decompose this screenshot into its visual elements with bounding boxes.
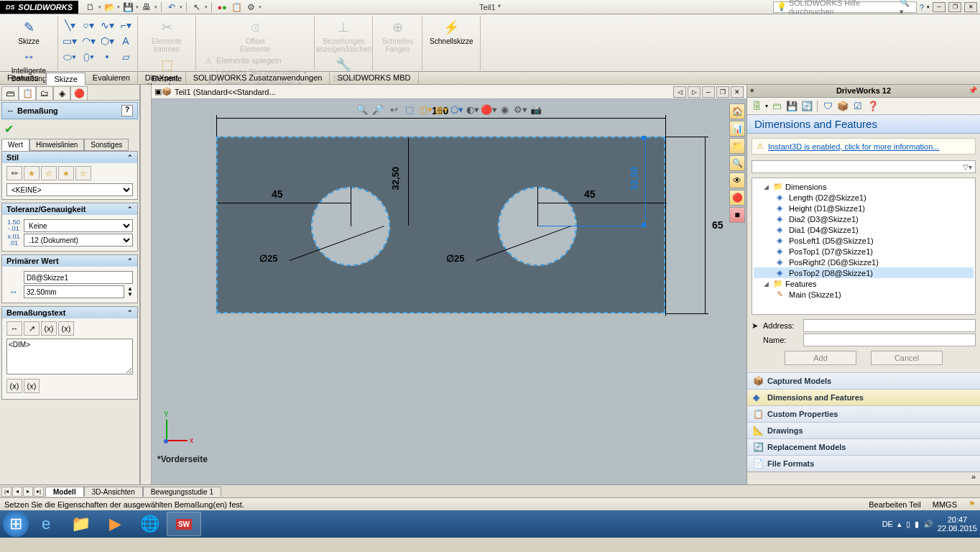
fm-tab-config[interactable]: 🗂: [36, 86, 53, 101]
tab-skizze[interactable]: Skizze: [46, 73, 85, 85]
tab-bewegung[interactable]: Bewegungsstudie 1: [143, 487, 221, 497]
tree-dimensions[interactable]: ◢📁Dimensions: [754, 181, 974, 192]
undo-icon[interactable]: ↶: [165, 1, 178, 14]
cancel-button[interactable]: Cancel: [871, 351, 943, 365]
help-search-input[interactable]: 💡 SOLIDWORKS Hilfe durchsuchen🔍▾: [773, 1, 917, 13]
dw-tree[interactable]: ◢📁Dimensions ◈Length (D2@Skizze1) ◈Heigh…: [752, 178, 976, 315]
task-solidworks[interactable]: SW: [167, 512, 201, 536]
tray-lang[interactable]: DE: [882, 520, 893, 528]
dw-tb-2[interactable]: 🗃: [770, 100, 783, 113]
acc-drawings[interactable]: 📐Drawings: [747, 422, 980, 438]
sketch-rect[interactable]: 45 45 32,50 32,50 ∅25 ∅25: [216, 137, 665, 313]
dim-v2-text[interactable]: 32,50: [629, 167, 639, 190]
address-input[interactable]: [803, 319, 976, 332]
precision-select[interactable]: .12 (Dokument): [24, 234, 133, 247]
filter-icon[interactable]: ▽▾: [960, 163, 975, 171]
style-btn-1[interactable]: ✏: [6, 166, 22, 180]
text-tool[interactable]: A: [117, 33, 134, 49]
line-tool[interactable]: ╲▾: [61, 17, 78, 33]
tray-sound-icon[interactable]: 🔊: [923, 520, 933, 529]
doc-prev[interactable]: ◁: [673, 86, 686, 98]
circle-tool[interactable]: ○▾: [80, 17, 97, 33]
add-button[interactable]: Add: [785, 351, 856, 365]
pin-icon[interactable]: 📌: [969, 86, 977, 94]
style-btn-3[interactable]: ☆: [41, 166, 57, 180]
dt-btn-5[interactable]: (x): [6, 379, 22, 393]
dw-tb-8[interactable]: ❓: [866, 100, 879, 113]
side-btn-5[interactable]: 👁: [729, 172, 745, 188]
save-icon[interactable]: 💾: [121, 1, 134, 14]
tree-item[interactable]: ◈PosLeft1 (D5@Skizze1): [754, 235, 974, 246]
tab-3d-ansichten[interactable]: 3D-Ansichten: [84, 487, 143, 497]
tree-item[interactable]: ◈Dia1 (D4@Skizze1): [754, 224, 974, 235]
dim-value-input[interactable]: [24, 285, 124, 298]
collapse-icon[interactable]: «: [750, 86, 754, 94]
tray-net-icon[interactable]: ▮: [915, 520, 919, 529]
tree-item-selected[interactable]: ◈PosTop2 (D8@Skizze1): [754, 267, 974, 278]
dw-tb-6[interactable]: 📦: [836, 100, 849, 113]
view-orient-icon[interactable]: ◫▾: [418, 102, 433, 116]
skizze-button[interactable]: ✎ Skizze: [7, 17, 50, 47]
polygon-tool[interactable]: ⬡▾: [98, 33, 116, 49]
spline-tool[interactable]: ∿▾: [98, 17, 116, 33]
dim-height[interactable]: [705, 137, 706, 313]
restore-button[interactable]: ❐: [948, 2, 961, 12]
tray-flag-icon[interactable]: ▯: [906, 520, 910, 529]
bt-prev[interactable]: ◂: [12, 487, 22, 497]
new-doc-icon[interactable]: 🗋: [84, 1, 97, 14]
pm-tab-wert[interactable]: Wert: [1, 139, 29, 151]
graphics-canvas[interactable]: 🏠 📊 📁 🔍 👁 🔴 ■ 160 65: [152, 99, 746, 484]
status-flag-icon[interactable]: ⚑: [969, 500, 976, 509]
side-btn-2[interactable]: 📊: [729, 121, 745, 137]
doc-max[interactable]: ❐: [716, 86, 729, 98]
snapshot-icon[interactable]: 📷: [529, 102, 543, 116]
left-scrollbar[interactable]: [140, 85, 152, 484]
instant3d-warning[interactable]: ⚠Instant3D is enabled, click for more in…: [752, 138, 976, 155]
section-dimtext[interactable]: Bemaßungstext⌃: [2, 307, 137, 318]
style-select[interactable]: <KEINE>: [6, 183, 133, 196]
style-btn-4[interactable]: ★: [58, 166, 74, 180]
dim-name-input[interactable]: [24, 271, 133, 284]
options-icon[interactable]: 📋: [230, 1, 243, 14]
close-button[interactable]: ✕: [964, 2, 977, 12]
side-btn-7[interactable]: ■: [729, 207, 745, 223]
dt-btn-2[interactable]: ↗: [24, 321, 40, 336]
print-icon[interactable]: 🖶: [140, 1, 153, 14]
name-input[interactable]: [803, 334, 976, 346]
zoom-area-icon[interactable]: 🔎: [371, 102, 385, 116]
acc-replacement[interactable]: 🔄Replacement Models: [747, 438, 980, 455]
doc-close[interactable]: ✕: [731, 86, 744, 98]
display-style-icon[interactable]: ▦▾: [434, 102, 448, 116]
mirror-button[interactable]: ⚠Elemente spiegeln: [200, 55, 310, 66]
acc-captured-models[interactable]: 📦Captured Models: [747, 372, 980, 389]
side-btn-4[interactable]: 🔍: [729, 155, 745, 171]
slot-tool[interactable]: ⬭▾: [61, 49, 78, 65]
tree-item[interactable]: ◈Length (D2@Skizze1): [754, 192, 974, 203]
dim-v2[interactable]: [645, 138, 646, 226]
fm-tab-pm[interactable]: 📋: [19, 86, 36, 101]
start-button[interactable]: ⊞: [3, 511, 29, 537]
tree-features[interactable]: ◢📁Features: [754, 278, 974, 289]
dim-offset-l-text[interactable]: 45: [272, 188, 283, 200]
style-btn-5[interactable]: ☆: [75, 166, 91, 180]
tab-features[interactable]: Features: [0, 72, 46, 84]
task-media[interactable]: ▶: [98, 512, 132, 536]
settings-icon[interactable]: ⚙: [244, 1, 257, 14]
quicksnap-button[interactable]: ⊕Schnelles Fangen: [376, 17, 419, 55]
ellipse-tool[interactable]: ⬯▾: [80, 49, 97, 65]
rect-tool[interactable]: ▭▾: [61, 33, 78, 49]
zoom-fit-icon[interactable]: 🔍: [355, 102, 369, 116]
dt-btn-1[interactable]: ↔: [6, 321, 22, 336]
dw-tb-5[interactable]: 🛡: [821, 100, 834, 113]
dim-v1-text[interactable]: 32,50: [390, 167, 401, 190]
task-ie[interactable]: e: [29, 512, 63, 536]
side-btn-1[interactable]: 🏠: [729, 104, 745, 119]
expand-icon[interactable]: ▣: [154, 87, 162, 96]
spinner-icon[interactable]: ▲▼: [127, 286, 133, 298]
status-units[interactable]: MMGS: [933, 500, 957, 509]
dw-filter-input[interactable]: ▽▾: [752, 160, 976, 173]
tree-item[interactable]: ◈Dia2 (D3@Skizze1): [754, 213, 974, 224]
dw-tb-4[interactable]: 🔄: [800, 100, 813, 113]
dimtext-input[interactable]: <DIM>: [6, 339, 133, 374]
search-icon[interactable]: 🔍▾: [900, 0, 913, 17]
